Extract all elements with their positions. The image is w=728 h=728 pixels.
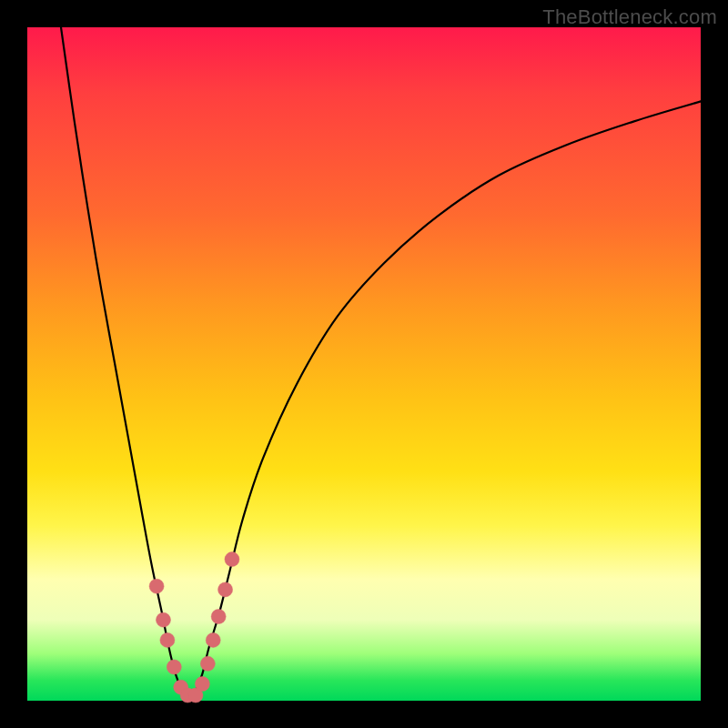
marker-dot — [149, 579, 164, 593]
series-left-branch — [61, 27, 189, 701]
marker-group — [149, 552, 239, 703]
marker-dot — [167, 660, 181, 674]
marker-dot — [156, 612, 170, 627]
curve-svg — [27, 27, 701, 701]
marker-dot — [195, 677, 209, 692]
plot-area — [27, 27, 701, 701]
marker-dot — [206, 632, 220, 647]
watermark-text: TheBottleneck.com — [542, 5, 717, 29]
marker-dot — [200, 656, 215, 671]
marker-dot — [211, 610, 226, 624]
marker-dot — [218, 582, 233, 597]
marker-dot — [160, 632, 175, 647]
marker-dot — [225, 552, 239, 567]
series-right-branch — [189, 101, 701, 701]
chart-frame: TheBottleneck.com — [0, 0, 728, 728]
